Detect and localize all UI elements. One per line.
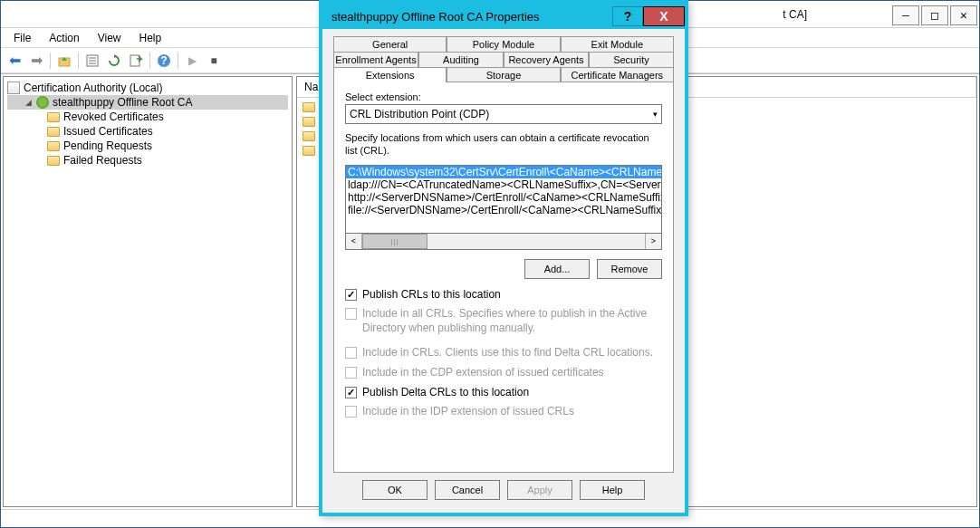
tree-ca-node[interactable]: ◢ stealthpuppy Offline Root CA [7, 95, 288, 110]
folder-icon [47, 112, 60, 122]
folder-icon [47, 156, 60, 166]
tab-policy-module[interactable]: Policy Module [447, 36, 560, 52]
tab-exit-module[interactable]: Exit Module [561, 36, 674, 52]
svg-text:?: ? [160, 54, 167, 67]
tab-recovery-agents[interactable]: Recovery Agents [504, 52, 589, 67]
refresh-button[interactable] [104, 51, 124, 71]
tree-item-label: Issued Certificates [63, 125, 153, 138]
location-item[interactable]: C:\Windows\system32\CertSrv\CertEnroll\<… [346, 166, 661, 178]
checkbox-icon [345, 406, 357, 418]
apply-button[interactable]: Apply [507, 480, 572, 500]
tree-revoked[interactable]: Revoked Certificates [7, 110, 288, 124]
back-button[interactable]: ⬅ [5, 51, 24, 71]
folder-icon [303, 146, 315, 156]
menu-file[interactable]: File [5, 30, 40, 46]
folder-icon [303, 102, 315, 112]
menu-help[interactable]: Help [130, 30, 171, 46]
add-button[interactable]: Add... [524, 259, 590, 279]
checkbox-label: Include in the IDP extension of issued C… [362, 405, 574, 419]
checkbox-label: Publish Delta CRLs to this location [362, 386, 529, 400]
play-button[interactable]: ▶ [182, 51, 202, 71]
checkbox-label: Publish CRLs to this location [362, 288, 501, 302]
help-toolbar-button[interactable]: ? [154, 51, 174, 71]
export-icon [129, 53, 143, 68]
properties-icon [85, 53, 100, 68]
location-item[interactable]: file://<ServerDNSName>/CertEnroll/<CaNam… [346, 204, 661, 216]
checkbox-label: Include in the CDP extension of issued c… [362, 366, 604, 380]
tree-issued[interactable]: Issued Certificates [7, 124, 288, 139]
expander-icon[interactable]: ◢ [24, 98, 33, 107]
minimize-button[interactable]: — [892, 5, 919, 25]
dialog-close-button[interactable]: X [643, 6, 685, 26]
ok-button[interactable]: OK [362, 480, 428, 500]
folder-icon [47, 141, 60, 151]
tab-general[interactable]: General [333, 36, 447, 52]
scroll-left-button[interactable]: < [346, 234, 362, 249]
scroll-right-button[interactable]: > [645, 234, 661, 249]
checkbox-icon [345, 308, 357, 320]
checkbox-icon[interactable] [345, 289, 357, 301]
up-button[interactable] [54, 51, 74, 71]
tree-failed[interactable]: Failed Requests [7, 153, 288, 168]
tree-item-label: Pending Requests [63, 139, 152, 152]
folder-icon [303, 131, 315, 141]
tree-root[interactable]: Certification Authority (Local) [7, 81, 288, 95]
refresh-icon [107, 53, 121, 68]
properties-button[interactable] [82, 51, 102, 71]
location-item[interactable]: ldap:///CN=<CATruncatedName><CRLNameSuff… [346, 178, 661, 191]
dialog-footer: OK Cancel Apply Help [333, 473, 674, 509]
tab-storage[interactable]: Storage [447, 67, 560, 82]
tab-content: Select extension: CRL Distribution Point… [333, 82, 674, 473]
tab-enrollment-agents[interactable]: Enrollment Agents [333, 52, 418, 67]
scroll-thumb[interactable]: ||| [362, 234, 428, 249]
checkbox-icon[interactable] [345, 387, 357, 398]
tree-pane[interactable]: Certification Authority (Local) ◢ stealt… [3, 76, 293, 507]
tree-ca-label: stealthpuppy Offline Root CA [53, 96, 193, 109]
dialog-title-bar[interactable]: stealthpuppy Offline Root CA Properties … [322, 4, 685, 29]
scroll-track[interactable]: ||| [362, 234, 645, 249]
chk-include-idp: Include in the IDP extension of issued C… [345, 405, 662, 419]
tree-item-label: Revoked Certificates [63, 110, 164, 123]
stop-icon: ■ [210, 54, 216, 67]
tab-security[interactable]: Security [589, 52, 674, 67]
select-extension-label: Select extension: [345, 91, 662, 102]
menu-action[interactable]: Action [40, 30, 88, 46]
dialog-title: stealthpuppy Offline Root CA Properties [331, 10, 540, 24]
extension-select-value: CRL Distribution Point (CDP) [350, 108, 489, 120]
tree-pending[interactable]: Pending Requests [7, 139, 288, 153]
tab-extensions[interactable]: Extensions [333, 67, 447, 82]
chk-include-all-crls: Include in all CRLs. Specifies where to … [345, 307, 662, 335]
maximize-button[interactable]: □ [921, 5, 948, 25]
folder-icon [303, 117, 315, 127]
export-button[interactable] [126, 51, 146, 71]
close-button[interactable]: ✕ [950, 5, 977, 25]
dialog-help-button[interactable]: ? [612, 6, 643, 26]
cancel-button[interactable]: Cancel [435, 480, 500, 500]
chk-include-cdp: Include in the CDP extension of issued c… [345, 366, 662, 380]
svg-rect-5 [130, 55, 139, 66]
tab-certificate-managers[interactable]: Certificate Managers [561, 67, 674, 82]
arrow-left-icon: ⬅ [9, 52, 21, 69]
extension-desc: Specify locations from which users can o… [345, 131, 662, 158]
chk-publish-delta[interactable]: Publish Delta CRLs to this location [345, 386, 662, 400]
tab-auditing[interactable]: Auditing [418, 52, 504, 67]
extension-select[interactable]: CRL Distribution Point (CDP) ▾ [345, 104, 662, 124]
menu-view[interactable]: View [89, 30, 130, 46]
listbox-hscroll[interactable]: < ||| > [345, 234, 662, 250]
chk-publish-crls[interactable]: Publish CRLs to this location [345, 288, 662, 302]
tree-item-label: Failed Requests [63, 154, 142, 167]
checkbox-icon [345, 347, 357, 359]
location-item[interactable]: http://<ServerDNSName>/CertEnroll/<CaNam… [346, 191, 661, 204]
arrow-right-icon: ➡ [31, 52, 43, 69]
checkbox-icon [345, 367, 357, 379]
help-icon: ? [157, 53, 171, 68]
help-button[interactable]: Help [580, 480, 645, 500]
properties-dialog: stealthpuppy Offline Root CA Properties … [319, 0, 688, 516]
forward-button[interactable]: ➡ [26, 51, 46, 71]
checkbox-label: Include in all CRLs. Specifies where to … [362, 307, 662, 335]
stop-button[interactable]: ■ [204, 51, 224, 71]
chk-include-crls: Include in CRLs. Clients use this to fin… [345, 346, 662, 360]
checkbox-label: Include in CRLs. Clients use this to fin… [362, 346, 653, 360]
locations-listbox[interactable]: C:\Windows\system32\CertSrv\CertEnroll\<… [345, 165, 662, 234]
remove-button[interactable]: Remove [597, 259, 662, 279]
